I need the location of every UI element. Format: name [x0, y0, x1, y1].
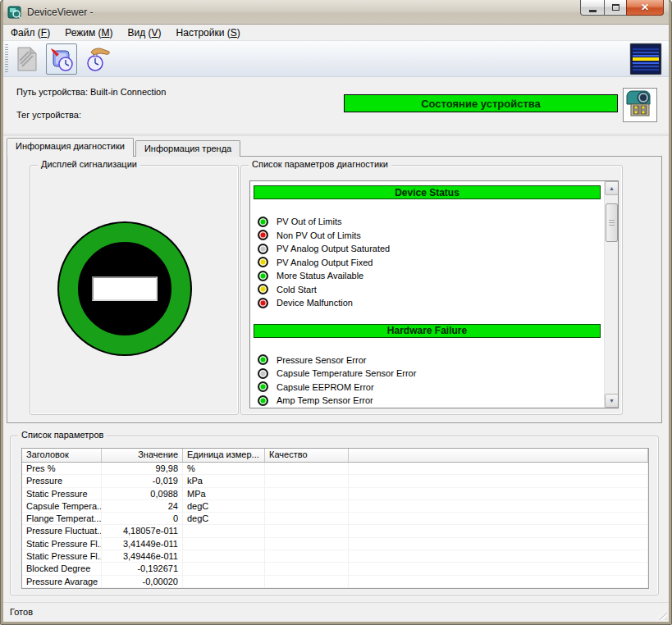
minimize-button[interactable] — [580, 0, 605, 16]
param-name-cell: Capsule Tempera... — [22, 500, 102, 513]
diagnostic-item-label: More Status Available — [277, 271, 363, 281]
device-image — [623, 88, 657, 122]
menu-item-mode[interactable]: Режим (M) — [57, 25, 120, 40]
scroll-down-button[interactable]: ▼ — [605, 394, 619, 408]
column-header[interactable]: Качество — [265, 449, 349, 462]
menu-item-text: Режим ( — [65, 27, 101, 39]
brand-logo-icon — [633, 46, 659, 72]
param-unit-cell — [183, 563, 265, 575]
param-empty-cell — [349, 475, 648, 487]
brand-button[interactable] — [630, 43, 661, 75]
menu-bar: Файл (F)Режим (M)Вид (V)Настройки (S) — [3, 25, 669, 41]
param-value-cell: -0,019 — [102, 475, 183, 487]
diagnostics-section: Device StatusPV Out of LimitsNon PV Out … — [250, 185, 604, 310]
parameters-group-label: Список параметров — [18, 430, 107, 440]
diagnostic-item-label: Capsule Temperature Sensor Error — [277, 368, 416, 378]
param-name-cell: Pres % — [22, 463, 102, 475]
table-row[interactable]: Static Pressure0,0988MPa — [22, 488, 648, 500]
table-row[interactable]: Capsule Tempera...24degC — [22, 500, 648, 513]
diagnostic-item-label: PV Analog Output Fixed — [277, 258, 373, 267]
diagnostic-item: Non PV Out of Limits — [250, 229, 604, 243]
tab-trend-info[interactable]: Информация тренда — [135, 140, 240, 157]
separator — [3, 135, 669, 136]
maximize-icon — [612, 4, 619, 11]
param-quality-cell — [265, 488, 349, 500]
param-empty-cell — [349, 500, 648, 513]
resize-grip-icon[interactable] — [656, 609, 667, 620]
param-unit-cell — [183, 576, 265, 588]
alarm-status-indicator — [59, 223, 190, 354]
device-monitor-button[interactable] — [46, 43, 77, 75]
param-name-cell: Static Pressure Fl... — [22, 538, 102, 550]
diagnostics-scrollbar[interactable]: ▲ ▼ — [604, 181, 618, 408]
scroll-thumb[interactable] — [606, 203, 618, 242]
status-led-icon — [258, 217, 268, 227]
column-header[interactable] — [349, 449, 648, 462]
table-row[interactable]: Pressure-0,019kPa — [22, 475, 648, 487]
param-value-cell: 3,41449e-011 — [102, 538, 183, 550]
close-button[interactable]: ✕ — [626, 0, 664, 16]
param-value-cell: -0,192671 — [102, 563, 183, 575]
param-value-cell: -0,00020 — [102, 576, 183, 588]
param-name-cell: Pressure — [22, 475, 102, 487]
param-name-cell: Pressure Avarage — [22, 576, 102, 588]
menu-item-view[interactable]: Вид (V) — [121, 25, 169, 40]
menu-accelerator: M — [102, 27, 110, 39]
parameters-table-header: ЗаголовокЗначениеЕдиница измер...Качеств… — [22, 449, 648, 463]
table-row[interactable]: Pressure Avarage-0,00020 — [22, 576, 648, 588]
param-quality-cell — [265, 563, 349, 575]
diagnostic-item: PV Analog Output Saturated — [250, 242, 604, 256]
table-row[interactable]: Flange Temperat...0degC — [22, 513, 648, 525]
column-header[interactable]: Заголовок — [22, 449, 102, 462]
table-row[interactable]: Pres %99,98% — [22, 463, 648, 475]
status-led-icon — [258, 271, 268, 281]
diagnostic-item: Amp Temp Sensor Error — [250, 394, 604, 408]
table-row[interactable]: Pressure Fluctuat...4,18057e-011 — [22, 525, 648, 537]
table-row[interactable]: Blocked Degree-0,192671 — [22, 563, 648, 575]
tab-diagnostics-info[interactable]: Информация диагностики — [7, 138, 134, 157]
param-quality-cell — [265, 576, 349, 588]
minimize-icon — [589, 10, 597, 12]
toolbar — [3, 41, 669, 77]
section-header: Hardware Failure — [254, 324, 601, 338]
open-document-button[interactable] — [11, 43, 43, 75]
table-row[interactable]: Static Pressure Fl...3,41449e-011 — [22, 538, 648, 550]
diagnostics-list[interactable]: Device StatusPV Out of LimitsNon PV Out … — [249, 180, 619, 408]
menu-item-text: ) — [110, 27, 113, 39]
menu-item-settings[interactable]: Настройки (S) — [169, 25, 248, 40]
diagnostic-item-label: Non PV Out of Limits — [277, 230, 361, 240]
param-name-cell: Pressure Fluctuat... — [22, 525, 102, 537]
device-status-button[interactable]: Состояние устройства — [344, 94, 618, 112]
diagnostics-group-label: Список параметров диагностики — [249, 159, 391, 169]
alarm-display-group: Дисплей сигнализации — [30, 165, 239, 415]
diagnostic-item-label: PV Out of Limits — [277, 217, 341, 226]
param-name-cell: Flange Temperat... — [22, 513, 102, 525]
param-quality-cell — [265, 525, 349, 537]
maximize-button[interactable] — [604, 0, 627, 16]
menu-item-text: Настройки ( — [176, 27, 231, 39]
param-quality-cell — [265, 475, 349, 487]
toolbar-gripper[interactable] — [5, 44, 8, 74]
table-row[interactable]: Static Pressure Fl...3,49446e-011 — [22, 550, 648, 563]
diagnostics-group: Список параметров диагностики Device Sta… — [240, 165, 623, 415]
status-led-icon — [258, 381, 268, 392]
param-name-cell: Blocked Degree — [22, 563, 102, 575]
window-title: DeviceViewer - — [27, 7, 93, 18]
menu-item-text: Вид ( — [128, 27, 152, 39]
param-empty-cell — [349, 513, 648, 525]
param-empty-cell — [349, 525, 648, 537]
param-value-cell: 0,0988 — [102, 488, 183, 500]
diagnostic-item: PV Out of Limits — [250, 215, 604, 229]
param-value-cell: 0 — [102, 513, 183, 525]
menu-item-file[interactable]: Файл (F) — [3, 25, 57, 40]
param-unit-cell — [183, 550, 265, 563]
column-header[interactable]: Значение — [102, 449, 183, 462]
manual-monitor-button[interactable] — [82, 43, 113, 75]
tab-strip: Информация диагностикиИнформация тренда — [7, 138, 242, 157]
status-led-icon — [258, 230, 268, 240]
column-header[interactable]: Единица измер... — [183, 449, 265, 462]
diagnostic-item: More Status Available — [250, 269, 604, 283]
param-empty-cell — [349, 563, 648, 575]
param-unit-cell — [183, 525, 265, 537]
scroll-up-button[interactable]: ▲ — [605, 181, 619, 195]
